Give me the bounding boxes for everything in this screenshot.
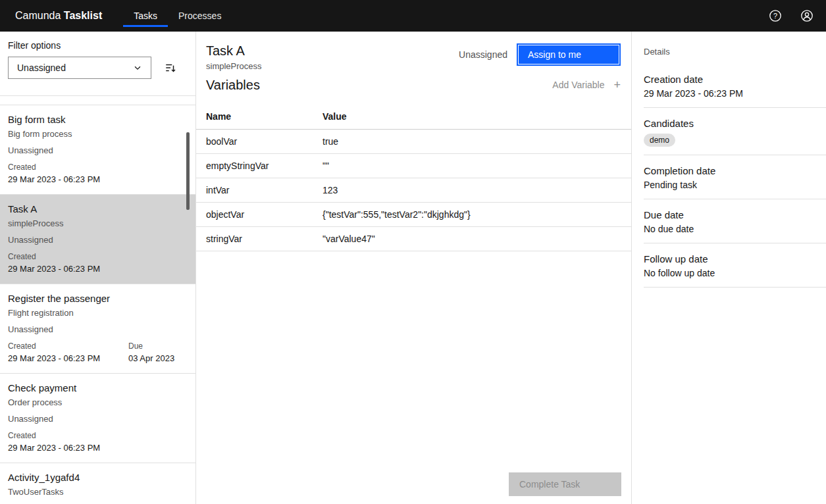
complete-task-button[interactable]: Complete Task — [509, 472, 621, 496]
detail-value: Pending task — [644, 180, 815, 191]
task-assignee: Unassigned — [8, 324, 188, 335]
task-process: Flight registration — [8, 307, 188, 318]
brand-camunda: Camunda — [15, 10, 61, 21]
task-name: Big form task — [8, 113, 188, 126]
plus-icon: + — [613, 79, 621, 91]
help-button[interactable]: ? — [764, 5, 787, 27]
created-date: 29 Mar 2023 - 06:23 PM — [8, 263, 128, 274]
variables-title: Variables — [206, 76, 260, 93]
header-tabs: Tasks Processes — [123, 0, 232, 32]
table-row: stringVar "varValue47" — [196, 226, 631, 251]
help-icon: ? — [769, 9, 782, 22]
sort-tasks-button[interactable] — [160, 57, 181, 78]
detail-completion-date: Completion date Pending task — [644, 155, 826, 199]
table-row: boolVar true — [196, 129, 631, 153]
due-date: 03 Apr 2023 — [128, 353, 174, 364]
detail-candidates: Candidates demo — [644, 108, 826, 155]
task-assignee: Unassigned — [8, 145, 188, 156]
chevron-down-icon — [133, 63, 142, 72]
variable-name: intVar — [196, 178, 323, 202]
detail-label: Candidates — [644, 117, 815, 130]
brand: Camunda Tasklist — [0, 10, 102, 22]
task-item-activity-1ygafd4[interactable]: Activity_1ygafd4 TwoUserTasks — [0, 463, 195, 504]
assign-to-me-button[interactable]: Assign to me — [518, 45, 619, 64]
tab-processes[interactable]: Processes — [168, 5, 232, 27]
column-header-name: Name — [196, 105, 323, 129]
table-row: objectVar {"testVar":555,"testVar2":"dkj… — [196, 202, 631, 226]
task-item-task-a[interactable]: Task A simpleProcess Unassigned Created … — [0, 195, 195, 284]
user-icon — [800, 9, 813, 22]
task-process-name: simpleProcess — [206, 61, 262, 72]
detail-creation-date: Creation date 29 Mar 2023 - 06:23 PM — [644, 64, 826, 108]
detail-value: No follow up date — [644, 268, 815, 279]
filter-area: Filter options Unassigned — [0, 32, 195, 96]
created-date: 29 Mar 2023 - 06:23 PM — [8, 353, 128, 364]
task-item-register-passenger[interactable]: Register the passenger Flight registrati… — [0, 284, 195, 374]
sort-icon — [165, 62, 176, 74]
variable-name: stringVar — [196, 226, 323, 251]
svg-text:?: ? — [773, 12, 777, 20]
table-row: intVar 123 — [196, 178, 631, 202]
created-label: Created — [8, 252, 128, 262]
created-date: 29 Mar 2023 - 06:23 PM — [8, 442, 128, 453]
tasks-sidebar: Filter options Unassigned Big — [0, 32, 196, 504]
variable-value: 123 — [323, 178, 631, 202]
column-header-value: Value — [323, 105, 631, 129]
add-variable-label: Add Variable — [552, 80, 604, 90]
task-name: Check payment — [8, 382, 188, 395]
task-detail-panel: Task A simpleProcess Unassigned Assign t… — [196, 32, 631, 504]
filter-options-label: Filter options — [8, 40, 188, 51]
detail-follow-up-date: Follow up date No follow up date — [644, 243, 826, 288]
task-list: Big form task Big form process Unassigne… — [0, 96, 195, 504]
detail-label: Follow up date — [644, 253, 815, 265]
tab-tasks[interactable]: Tasks — [123, 5, 168, 27]
task-title-block: Task A simpleProcess — [206, 43, 262, 72]
brand-tasklist: Tasklist — [64, 10, 102, 21]
variable-name: boolVar — [196, 129, 323, 153]
table-header-row: Name Value — [196, 105, 631, 129]
task-name: Register the passenger — [8, 292, 188, 305]
variable-name: objectVar — [196, 202, 323, 226]
detail-value: 29 Mar 2023 - 06:23 PM — [644, 88, 815, 99]
task-name: Activity_1ygafd4 — [8, 471, 188, 484]
variable-value: "" — [323, 153, 631, 178]
task-process: Order process — [8, 397, 188, 408]
variable-value: "varValue47" — [323, 226, 631, 251]
variable-value: true — [323, 129, 631, 153]
task-assignee: Unassigned — [8, 413, 188, 424]
detail-label: Completion date — [644, 164, 815, 177]
variable-value: {"testVar":555,"testVar2":"dkjghkdg"} — [323, 202, 631, 226]
details-panel: Details Creation date 29 Mar 2023 - 06:2… — [631, 32, 826, 504]
app-header: Camunda Tasklist Tasks Processes ? — [0, 0, 826, 32]
assign-block: Unassigned Assign to me — [459, 45, 619, 64]
header-icons: ? — [764, 5, 826, 27]
created-date: 29 Mar 2023 - 06:23 PM — [8, 174, 128, 185]
due-label: Due — [128, 341, 174, 351]
add-variable-button[interactable]: Add Variable + — [552, 79, 621, 91]
filter-selected-value: Unassigned — [17, 63, 66, 73]
user-menu-button[interactable] — [796, 5, 818, 27]
created-label: Created — [8, 163, 128, 172]
created-label: Created — [8, 341, 128, 351]
task-item-check-payment[interactable]: Check payment Order process Unassigned C… — [0, 374, 195, 463]
candidate-badge: demo — [644, 134, 675, 147]
detail-label: Due date — [644, 209, 815, 221]
detail-value: No due date — [644, 224, 815, 235]
detail-due-date: Due date No due date — [644, 199, 826, 243]
task-process: simpleProcess — [8, 218, 188, 229]
table-row: emptyStringVar "" — [196, 153, 631, 178]
task-footer: Complete Task — [196, 465, 631, 504]
task-process: Big form process — [8, 128, 188, 139]
task-title: Task A — [206, 43, 262, 59]
detail-label: Creation date — [644, 73, 815, 86]
variable-name: emptyStringVar — [196, 153, 323, 178]
variables-table: Name Value boolVar true emptyStringVar "… — [196, 105, 631, 251]
created-label: Created — [8, 431, 128, 441]
assignee-status: Unassigned — [459, 49, 507, 60]
task-name: Task A — [8, 203, 188, 216]
task-filter-select[interactable]: Unassigned — [8, 57, 151, 79]
scrollbar-thumb[interactable] — [186, 132, 190, 210]
task-item-big-form-task[interactable]: Big form task Big form process Unassigne… — [0, 105, 195, 195]
details-title: Details — [632, 32, 826, 64]
task-process: TwoUserTasks — [8, 486, 188, 497]
